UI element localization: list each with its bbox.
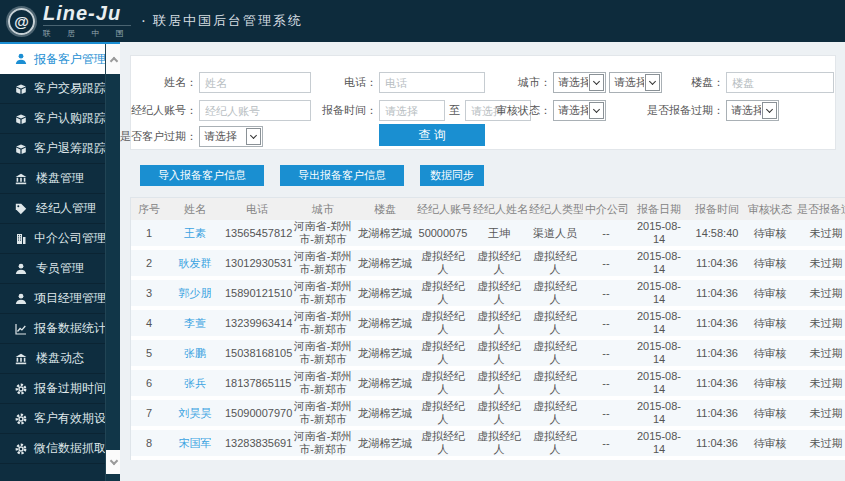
cell-report-time: 11:04:36	[689, 370, 745, 400]
sidebar-item-customer-refund[interactable]: 客户退筹跟踪	[0, 134, 105, 164]
cell-report-date: 2015-08-14	[629, 370, 689, 400]
at-icon: @	[8, 8, 35, 35]
sidebar-item-report-customers[interactable]: 报备客户管理	[0, 44, 105, 74]
sidebar-item-agent-management[interactable]: 经纪人管理	[0, 194, 105, 224]
cell-report-date: 2015-08-14	[629, 250, 689, 280]
cell-index: 5	[131, 340, 167, 370]
cell-estate: 龙湖棉艺城	[355, 370, 415, 400]
customer-name-link[interactable]: 张兵	[167, 370, 223, 400]
cell-agent-type: 渠道人员	[527, 220, 583, 250]
bank-icon	[15, 353, 29, 365]
col-city: 城市	[291, 198, 355, 220]
cell-report-date: 2015-08-14	[629, 340, 689, 370]
sidebar-item-wechat-data-capture[interactable]: 微信数据抓取	[0, 434, 105, 464]
customer-name-link[interactable]: 刘昊昊	[167, 400, 223, 430]
city-city-select[interactable]: 请选择	[609, 72, 662, 93]
cell-agent-account: 虚拟经纪人	[415, 340, 471, 370]
sidebar-item-agency-management[interactable]: 中介公司管理	[0, 224, 105, 254]
chevron-down-icon	[109, 456, 117, 464]
estate-input[interactable]	[726, 72, 834, 93]
cell-report-date: 2015-08-14	[629, 400, 689, 430]
customer-name-link[interactable]: 张鹏	[167, 340, 223, 370]
sidebar-item-project-manager-management[interactable]: 项目经理管理	[0, 284, 105, 314]
report-customers-table: 序号 姓名 电话 城市 楼盘 经纪人账号 经纪人姓名 经纪人类型 中介公司 报备…	[130, 197, 845, 460]
sidebar-item-specialist-management[interactable]: 专员管理	[0, 254, 105, 284]
brand-subtitle: 联 居 中 国	[43, 25, 131, 39]
customer-name-link[interactable]: 宋国军	[167, 430, 223, 460]
chevron-down-icon	[645, 74, 660, 91]
cell-report-time: 11:04:36	[689, 340, 745, 370]
export-customers-button[interactable]: 导出报备客户信息	[280, 165, 404, 186]
table-row: 5 张鹏 15038168105 河南省-郑州市-新郑市 龙湖棉艺城 虚拟经纪人…	[131, 340, 845, 370]
customer-expired-label: 是否客户过期：	[120, 126, 197, 147]
cell-estate: 龙湖棉艺城	[355, 430, 415, 460]
cell-agent-name: 虚拟经纪人	[471, 280, 527, 310]
cell-report-expired: 未过期	[795, 400, 845, 430]
agent-account-input[interactable]	[199, 100, 311, 121]
name-input[interactable]	[199, 72, 311, 93]
cell-audit-status: 待审核	[745, 400, 795, 430]
cell-agent-type: 虚拟经纪人	[527, 340, 583, 370]
cell-index: 2	[131, 250, 167, 280]
report-time-from-input[interactable]	[379, 100, 445, 121]
cell-report-expired: 未过期	[795, 220, 845, 250]
gear-icon	[15, 443, 27, 455]
search-button[interactable]: 查 询	[379, 124, 485, 146]
col-audit-status: 审核状态	[745, 198, 795, 220]
customer-name-link[interactable]: 王素	[167, 220, 223, 250]
cell-phone: 13283835691	[223, 430, 291, 460]
sidebar-item-estate-news[interactable]: 楼盘动态	[0, 344, 105, 374]
cell-estate: 龙湖棉艺城	[355, 400, 415, 430]
sidebar-item-report-statistics[interactable]: 报备数据统计分析	[0, 314, 105, 344]
audit-status-select[interactable]: 请选择	[553, 100, 606, 121]
cell-agent-name: 虚拟经纪人	[471, 310, 527, 340]
user-icon	[15, 293, 27, 305]
cell-agent-type: 虚拟经纪人	[527, 370, 583, 400]
cell-agency: --	[583, 430, 629, 460]
cell-report-expired: 未过期	[795, 250, 845, 280]
sidebar-scrollbar[interactable]	[105, 44, 120, 481]
cell-agent-type: 虚拟经纪人	[527, 400, 583, 430]
customer-expired-select[interactable]: 请选择	[199, 126, 263, 147]
data-sync-button[interactable]: 数据同步	[420, 165, 484, 186]
sidebar-item-customer-subscription[interactable]: 客户认购跟踪	[0, 104, 105, 134]
cell-audit-status: 待审核	[745, 280, 795, 310]
customer-name-link[interactable]: 郭少朋	[167, 280, 223, 310]
chevron-down-icon	[246, 128, 261, 145]
cell-report-expired: 未过期	[795, 310, 845, 340]
customer-name-link[interactable]: 李萱	[167, 310, 223, 340]
audit-status-label: 审核状态：	[496, 100, 551, 121]
col-report-time: 报备时间	[689, 198, 745, 220]
cell-estate: 龙湖棉艺城	[355, 310, 415, 340]
cell-report-date: 2015-08-14	[629, 430, 689, 460]
cell-city: 河南省-郑州市-新郑市	[291, 280, 355, 310]
cell-agent-account: 虚拟经纪人	[415, 400, 471, 430]
sidebar-item-report-expiry-settings[interactable]: 报备过期时间设置	[0, 374, 105, 404]
report-expired-select[interactable]: 请选择	[726, 100, 779, 121]
table-row: 7 刘昊昊 15090007970 河南省-郑州市-新郑市 龙湖棉艺城 虚拟经纪…	[131, 400, 845, 430]
cell-phone: 15038168105	[223, 340, 291, 370]
cell-phone: 18137865115	[223, 370, 291, 400]
col-index: 序号	[131, 198, 167, 220]
sidebar: 报备客户管理 客户交易跟踪 客户认购跟踪 客户退筹跟踪 楼盘管理 经纪人管理 中…	[0, 42, 120, 481]
scroll-up-button[interactable]	[106, 44, 121, 74]
sidebar-item-estate-management[interactable]: 楼盘管理	[0, 164, 105, 194]
table-header-row: 序号 姓名 电话 城市 楼盘 经纪人账号 经纪人姓名 经纪人类型 中介公司 报备…	[131, 198, 845, 220]
sidebar-item-customer-transactions[interactable]: 客户交易跟踪	[0, 74, 105, 104]
cell-city: 河南省-郑州市-新郑市	[291, 430, 355, 460]
import-customers-button[interactable]: 导入报备客户信息	[140, 165, 264, 186]
cell-index: 4	[131, 310, 167, 340]
phone-input[interactable]	[379, 72, 485, 93]
city-province-select[interactable]: 请选择	[553, 72, 606, 93]
cell-agent-account: 50000075	[415, 220, 471, 250]
sidebar-item-customer-validity-settings[interactable]: 客户有效期设置	[0, 404, 105, 434]
cell-estate: 龙湖棉艺城	[355, 220, 415, 250]
col-phone: 电话	[223, 198, 291, 220]
cell-agency: --	[583, 310, 629, 340]
cell-city: 河南省-郑州市-新郑市	[291, 250, 355, 280]
table-row: 6 张兵 18137865115 河南省-郑州市-新郑市 龙湖棉艺城 虚拟经纪人…	[131, 370, 845, 400]
cell-city: 河南省-郑州市-新郑市	[291, 310, 355, 340]
page-title: 联居中国后台管理系统	[153, 12, 303, 30]
scroll-down-button[interactable]	[106, 450, 121, 474]
customer-name-link[interactable]: 耿发群	[167, 250, 223, 280]
